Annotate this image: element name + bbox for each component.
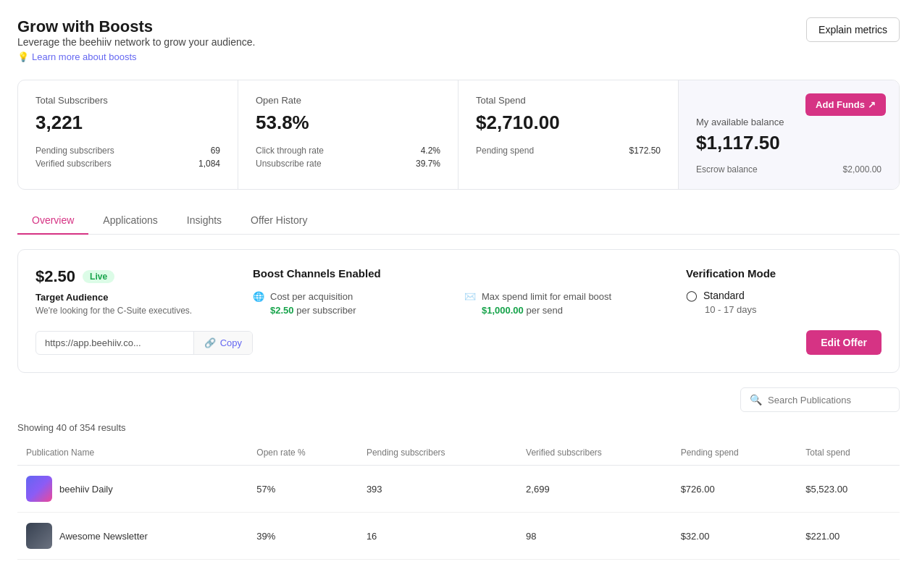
page-subtitle: Leverage the beehiiv network to grow you… <box>17 36 255 48</box>
arrow-icon: ↗ <box>868 99 876 110</box>
publications-table: Publication Name Open rate % Pending sub… <box>17 440 900 560</box>
pending-subscribers-row: Pending subscribers 69 <box>35 146 220 156</box>
col-total-spend: Total spend <box>797 440 900 466</box>
escrow-row: Escrow balance $2,000.00 <box>696 164 882 175</box>
pub-name-cell: Awesome Newsletter <box>17 513 248 560</box>
pub-open-rate: 57% <box>248 466 358 513</box>
pub-pending-spend: $726.00 <box>672 466 797 513</box>
offer-price: $2.50 <box>35 267 75 286</box>
table-row: Awesome Newsletter 39% 16 98 $32.00 $221… <box>17 513 900 560</box>
verification-section: Verification Mode ◯ Standard 10 - 17 day… <box>679 267 882 316</box>
publications-section: 🔍 Showing 40 of 354 results Publication … <box>17 387 900 560</box>
verified-subscribers-row: Verified subscribers 1,084 <box>35 159 220 169</box>
balance-card: Add Funds ↗ My available balance $1,117.… <box>679 80 899 189</box>
open-rate-label: Open Rate <box>256 95 440 106</box>
unsubscribe-row: Unsubscribe rate 39.7% <box>256 159 440 169</box>
open-rate-card: Open Rate 53.8% Click through rate 4.2% … <box>238 80 458 189</box>
col-pending-spend: Pending spend <box>672 440 797 466</box>
open-rate-value: 53.8% <box>256 112 440 134</box>
offer-url: https://app.beehiiv.co... <box>36 332 193 354</box>
verification-title: Verification Mode <box>686 267 882 280</box>
offer-target-desc: We're looking for the C-Suite executives… <box>35 306 238 316</box>
search-icon: 🔍 <box>750 394 762 406</box>
offer-bottom: https://app.beehiiv.co... 🔗 Copy Edit Of… <box>35 330 882 355</box>
pub-name: beehiiv Daily <box>59 484 113 495</box>
tab-insights[interactable]: Insights <box>172 207 236 235</box>
total-subscribers-card: Total Subscribers 3,221 Pending subscrib… <box>18 80 238 189</box>
tab-overview[interactable]: Overview <box>17 207 88 235</box>
metrics-grid: Total Subscribers 3,221 Pending subscrib… <box>17 80 900 190</box>
edit-offer-button[interactable]: Edit Offer <box>806 330 882 355</box>
verification-days: 10 - 17 days <box>686 304 882 315</box>
total-subscribers-value: 3,221 <box>35 112 220 134</box>
pub-avatar <box>26 523 52 549</box>
learn-more-link[interactable]: 💡 Learn more about boosts <box>17 51 137 62</box>
pub-name: Awesome Newsletter <box>59 531 148 542</box>
channels-title: Boost Channels Enabled <box>253 267 664 280</box>
pub-pending-subs: 16 <box>358 513 517 560</box>
pub-verified-subs: 98 <box>517 513 672 560</box>
offer-target-label: Target Audience <box>35 292 238 303</box>
balance-label: My available balance <box>696 117 882 127</box>
col-pending-subs: Pending subscribers <box>358 440 517 466</box>
total-spend-value: $2,710.00 <box>476 112 661 134</box>
offer-left: $2.50 Live Target Audience We're looking… <box>35 267 238 316</box>
results-count: Showing 40 of 354 results <box>17 422 900 433</box>
offer-card: $2.50 Live Target Audience We're looking… <box>17 249 900 373</box>
check-circle-icon: ◯ <box>686 290 698 301</box>
pub-avatar <box>26 476 52 502</box>
cost-per-acquisition: 🌐 Cost per acquisition $2.50 per subscri… <box>253 291 453 316</box>
pub-open-rate: 39% <box>248 513 358 560</box>
page-header: Grow with Boosts Leverage the beehiiv ne… <box>17 17 900 62</box>
pub-total-spend: $221.00 <box>797 513 900 560</box>
col-publication-name: Publication Name <box>17 440 248 466</box>
tab-offer-history[interactable]: Offer History <box>236 207 322 235</box>
globe-icon: 🌐 <box>253 291 264 302</box>
tab-applications[interactable]: Applications <box>88 207 172 235</box>
col-open-rate: Open rate % <box>248 440 358 466</box>
total-subscribers-label: Total Subscribers <box>35 95 220 106</box>
total-spend-label: Total Spend <box>476 95 661 106</box>
verification-mode: Standard <box>703 290 745 301</box>
page-title: Grow with Boosts <box>17 17 255 36</box>
table-header-row: Publication Name Open rate % Pending sub… <box>17 440 900 466</box>
pub-pending-spend: $32.00 <box>672 513 797 560</box>
offer-url-row: https://app.beehiiv.co... 🔗 Copy <box>35 331 253 355</box>
balance-value: $1,117.50 <box>696 132 882 154</box>
add-funds-button[interactable]: Add Funds ↗ <box>805 93 886 116</box>
publications-header: 🔍 <box>17 387 900 412</box>
mail-icon: ✉️ <box>464 291 476 302</box>
pending-spend-row: Pending spend $172.50 <box>476 146 661 156</box>
click-through-row: Click through rate 4.2% <box>256 146 440 156</box>
explain-metrics-button[interactable]: Explain metrics <box>806 17 900 42</box>
live-badge: Live <box>83 270 114 283</box>
offer-channels: Boost Channels Enabled 🌐 Cost per acquis… <box>253 267 664 316</box>
pub-pending-subs: 393 <box>358 466 517 513</box>
search-publications-input[interactable] <box>768 395 890 406</box>
col-verified-subs: Verified subscribers <box>517 440 672 466</box>
tabs-nav: Overview Applications Insights Offer His… <box>17 207 900 235</box>
pub-total-spend: $5,523.00 <box>797 466 900 513</box>
pub-name-cell: beehiiv Daily <box>17 466 248 513</box>
pub-verified-subs: 2,699 <box>517 466 672 513</box>
link-icon: 🔗 <box>204 337 216 348</box>
table-row: beehiiv Daily 57% 393 2,699 $726.00 $5,5… <box>17 466 900 513</box>
copy-button[interactable]: 🔗 Copy <box>193 332 252 354</box>
total-spend-card: Total Spend $2,710.00 Pending spend $172… <box>458 80 679 189</box>
info-icon: 💡 <box>17 51 29 62</box>
search-publications-box[interactable]: 🔍 <box>740 387 900 412</box>
max-spend-limit: ✉️ Max spend limit for email boost $1,00… <box>464 291 664 316</box>
